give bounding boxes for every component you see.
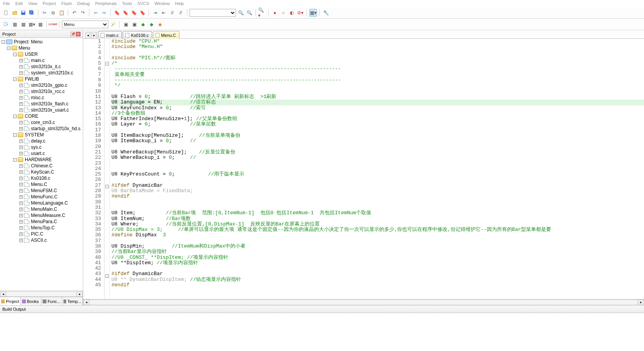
redo-icon[interactable]: ↷ xyxy=(79,9,87,17)
code-line[interactable]: #define DispMax 3 xyxy=(111,232,644,238)
tree-toggle-icon[interactable]: + xyxy=(19,84,23,87)
fold-toggle-icon[interactable]: - xyxy=(105,185,109,188)
tree-file-stm32f10x_gpio-c[interactable]: +stm32f10x_gpio.c xyxy=(0,82,83,88)
tree-file-menumeasure-c[interactable]: +MenuMeasure.C xyxy=(0,212,83,219)
uncomment-icon[interactable]: // xyxy=(177,9,185,17)
code-line[interactable]: //3个备份数组 xyxy=(111,111,644,116)
code-line[interactable]: #include "CPU.H" xyxy=(111,39,644,44)
panel-pin-icon[interactable]: 📌 xyxy=(70,32,75,36)
indent-icon[interactable]: ⇥ xyxy=(151,9,159,17)
output-panel[interactable] xyxy=(0,313,644,351)
tree-file-stm32f10x_flash-c[interactable]: +stm32f10x_flash.c xyxy=(0,101,83,107)
nav-back-icon[interactable]: ⇦ xyxy=(92,9,99,17)
tree-toggle-icon[interactable]: + xyxy=(19,90,23,93)
tree-toggle-icon[interactable]: - xyxy=(2,40,5,44)
tree-file-usart-c[interactable]: +usart.c xyxy=(0,150,83,157)
tree-file-keyscan-c[interactable]: +KeyScan.C xyxy=(0,169,83,175)
code-line[interactable]: #ifdef DynamicBar xyxy=(111,183,644,188)
breakpoint-enable-icon[interactable]: ○ xyxy=(279,9,287,17)
tree-root[interactable]: -Project: Menu xyxy=(0,39,83,45)
breakpoint-kill-icon[interactable]: ⊘▾ xyxy=(296,9,304,17)
tree-toggle-icon[interactable]: + xyxy=(19,177,23,180)
bookmark-clear-icon[interactable]: 🔖 xyxy=(139,9,146,17)
tree-file-menufunc-c[interactable]: +MenuFunc.C xyxy=(0,194,83,200)
code-line[interactable]: */ xyxy=(111,83,644,88)
editor-hscroll[interactable]: ◂ ▸ xyxy=(83,299,644,305)
build-batch-icon[interactable]: ▦▾ xyxy=(28,21,36,28)
code-line[interactable]: U8 KeyFuncIndex = 0; //索引 xyxy=(111,105,644,111)
tree-group-system[interactable]: -SYSTEM xyxy=(0,132,83,138)
tree-toggle-icon[interactable]: + xyxy=(19,139,23,143)
tree-file-core_cm3-c[interactable]: +core_cm3.c xyxy=(0,119,83,126)
download-icon[interactable]: LOAD xyxy=(49,21,57,28)
code-line[interactable]: #include "PIC.h"//图标 xyxy=(111,55,644,61)
tree-toggle-icon[interactable]: + xyxy=(19,96,23,100)
tree-file-chinese-c[interactable]: +Chinese.C xyxy=(0,163,83,169)
tree-toggle-icon[interactable]: + xyxy=(19,226,23,230)
target-combo[interactable]: Menu xyxy=(62,21,108,28)
code-line[interactable]: U8 language = EN; //语言标志 xyxy=(111,100,644,105)
tree-group-hardware[interactable]: -HARDWARE xyxy=(0,157,83,163)
menu-help[interactable]: Help xyxy=(175,0,184,7)
code-line[interactable] xyxy=(111,161,644,166)
code-line[interactable] xyxy=(111,205,644,210)
tree-toggle-icon[interactable]: + xyxy=(19,201,23,205)
tree-file-stm32f10x_it-c[interactable]: +stm32f10x_it.c xyxy=(0,64,83,70)
code-line[interactable] xyxy=(111,89,644,94)
save-icon[interactable] xyxy=(19,9,27,17)
tree-toggle-icon[interactable]: + xyxy=(19,232,23,236)
code-editor[interactable]: #include "CPU.H"#include "Menu.H" #inclu… xyxy=(110,39,644,299)
translate-icon[interactable] xyxy=(2,21,10,28)
code-line[interactable]: U8 Layer = 0; //菜单层数 xyxy=(111,122,644,127)
code-line[interactable]: #ifdef DynamicBar xyxy=(111,271,644,277)
project-tree[interactable]: -Project: Menu-Menu-USER+main.c+stm32f10… xyxy=(0,38,83,291)
tree-toggle-icon[interactable]: + xyxy=(19,239,23,242)
code-line[interactable]: U8 ItemNum; //Bar项数 xyxy=(111,216,644,222)
tree-file-menumain-c[interactable]: +MenuMain.C xyxy=(0,206,83,212)
configure-icon[interactable]: 🔧 xyxy=(322,9,330,17)
code-line[interactable] xyxy=(111,166,644,172)
copy-icon[interactable]: ⧉ xyxy=(49,9,57,17)
tree-toggle-icon[interactable]: + xyxy=(19,102,23,106)
options-icon[interactable]: 🪄 xyxy=(109,21,117,28)
tree-file-system_stm32f10x-c[interactable]: +system_stm32f10x.c xyxy=(0,70,83,76)
cut-icon[interactable]: ✂ xyxy=(41,9,48,17)
ed-scroll-right-icon[interactable]: ▸ xyxy=(638,299,644,305)
menu-tools[interactable]: Tools xyxy=(122,0,132,7)
tree-toggle-icon[interactable]: - xyxy=(13,77,17,81)
tree-file-stm32f10x_rcc-c[interactable]: +stm32f10x_rcc.c xyxy=(0,88,83,95)
find-combo[interactable] xyxy=(190,9,236,17)
undo-icon[interactable]: ↶ xyxy=(70,9,78,17)
tree-toggle-icon[interactable]: + xyxy=(19,121,23,124)
tab-scroll-right-icon[interactable]: ▸ xyxy=(91,32,97,39)
tree-toggle-icon[interactable]: + xyxy=(19,71,23,75)
stop-build-icon[interactable]: ▦ xyxy=(36,21,44,28)
save-all-icon[interactable] xyxy=(28,9,36,17)
code-line[interactable] xyxy=(111,144,644,150)
tree-toggle-icon[interactable]: + xyxy=(19,189,23,193)
fold-toggle-icon[interactable]: - xyxy=(105,62,109,65)
editor-tab-menu-c[interactable]: Menu.C xyxy=(153,31,180,39)
tree-toggle-icon[interactable]: + xyxy=(19,127,23,131)
tree-toggle-icon[interactable]: + xyxy=(19,195,23,199)
panel-tab-temp[interactable]: Temp... xyxy=(62,297,83,305)
tree-file-pic-c[interactable]: +PIC.C xyxy=(0,231,83,237)
fold-toggle-icon[interactable]: - xyxy=(105,274,109,278)
tree-file-menutop-c[interactable]: +MenuTop.C xyxy=(0,225,83,231)
window-icon[interactable]: ▦▾ xyxy=(309,9,317,17)
tree-toggle-icon[interactable]: - xyxy=(7,46,10,50)
bookmark-prev-icon[interactable]: 🔖 xyxy=(122,9,129,17)
code-line[interactable]: U8 WhereBackup[MenuSize]; //反显位置备份 xyxy=(111,150,644,155)
find-in-files-icon[interactable]: 🔍 xyxy=(245,9,253,17)
bookmark-icon[interactable]: 🔖 xyxy=(113,9,121,17)
tree-toggle-icon[interactable]: + xyxy=(19,164,23,168)
tree-toggle-icon[interactable]: + xyxy=(19,152,23,155)
debug-icon[interactable]: 🔍▾ xyxy=(258,9,266,17)
code-line[interactable]: U8 Where; //当前反显位置,[0,DispMax-1] 反映反显的Ba… xyxy=(111,222,644,227)
code-line[interactable]: U8 Item; //当前Bar项 范围:[0,ItemNum-1] 包括0 包… xyxy=(111,210,644,216)
menu-window[interactable]: Window xyxy=(154,0,170,7)
code-line[interactable]: #endif xyxy=(111,282,644,288)
code-line[interactable]: #include "Menu.H" xyxy=(111,44,644,50)
tree-toggle-icon[interactable]: + xyxy=(19,170,23,174)
pack-installer-icon[interactable]: ◆ xyxy=(147,21,155,28)
